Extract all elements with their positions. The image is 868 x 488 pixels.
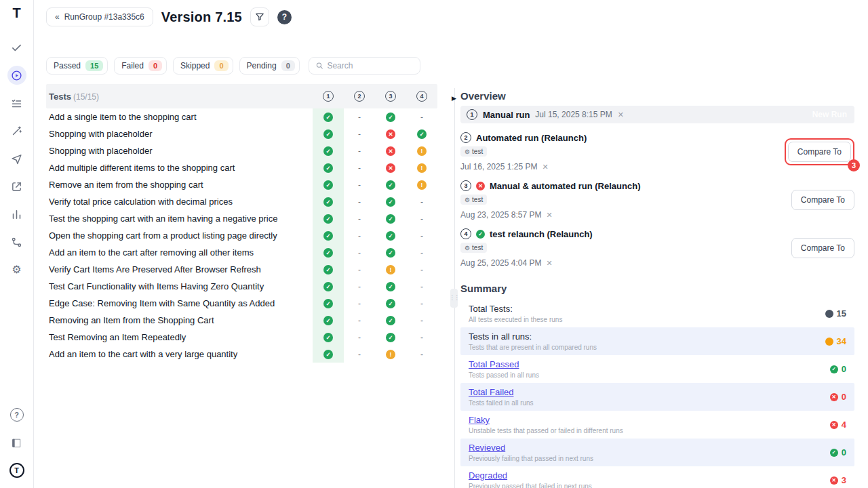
search-box[interactable] (309, 57, 420, 75)
status-passed-icon: ✓ (323, 129, 333, 139)
status-cell-run1: ✓ (313, 176, 344, 193)
status-passed-icon: ✓ (386, 214, 395, 224)
status-passed-icon: ✓ (323, 316, 333, 325)
status-cell-run1: ✓ (313, 125, 344, 142)
remove-run-icon[interactable]: ✕ (542, 163, 548, 171)
no-result-dash: - (358, 316, 361, 325)
summary-row-text: FlakyUnstable tests that passed or faile… (469, 415, 623, 434)
branches-icon[interactable] (7, 232, 26, 251)
filter-chip-pending[interactable]: Pending 0 (239, 57, 300, 75)
filter-chip-failed[interactable]: Failed 0 (114, 57, 167, 75)
tests-pane: Passed 15 Failed 0 Skipped 0 Pending 0 (34, 34, 450, 488)
search-input[interactable] (327, 61, 412, 70)
summary-description: Tests that are present in all compared r… (469, 344, 597, 351)
runs-icon[interactable] (7, 66, 26, 85)
filter-chip-skipped[interactable]: Skipped 0 (173, 57, 233, 75)
summary-link[interactable]: Total Failed (469, 387, 534, 397)
status-cell-run2: - (344, 125, 375, 142)
status-cell-run2: - (344, 176, 375, 193)
no-result-dash: - (420, 197, 423, 207)
status-cell-run3: ✓ (375, 227, 406, 244)
table-row[interactable]: Verify total price calculation with deci… (46, 193, 437, 210)
status-passed-icon: ✓ (323, 265, 333, 274)
no-result-dash: - (420, 248, 423, 258)
compare-to-button[interactable]: Compare To (788, 142, 851, 162)
summary-description: Tests passed in all runs (469, 371, 539, 379)
status-passed-icon: ✓ (386, 180, 395, 190)
export-icon[interactable] (7, 177, 26, 196)
table-row[interactable]: Add an item to the cart after removing a… (46, 244, 437, 261)
funnel-icon (255, 12, 264, 22)
test-name: Shopping with placeholder (46, 142, 313, 159)
settings-gear-icon[interactable]: ⚙ (7, 260, 26, 279)
checks-icon[interactable] (7, 38, 26, 57)
double-chevron-left-icon: « (55, 12, 60, 22)
new-run-button[interactable]: New Run (812, 110, 848, 119)
table-row[interactable]: Open the shopping cart from a product li… (46, 227, 437, 244)
test-name: Add multiple different items to the shop… (46, 159, 313, 176)
pin-icon[interactable] (7, 149, 26, 168)
summary-link[interactable]: Total Passed (469, 359, 539, 369)
table-row[interactable]: Shopping with placeholder✓-✕✓ (46, 125, 437, 142)
table-row[interactable]: Test Cart Functionality with Items Havin… (46, 278, 437, 295)
summary-row: RevievedPreviously failing that passed i… (460, 439, 854, 466)
table-row[interactable]: Edge Case: Removing Item with Same Quant… (46, 295, 437, 312)
report-list-icon[interactable] (7, 94, 26, 113)
status-cell-run1: ✓ (313, 278, 344, 295)
page-help-icon[interactable]: ? (277, 10, 292, 24)
no-result-dash: - (420, 113, 423, 122)
status-cell-run4: - (406, 346, 437, 363)
docs-icon[interactable] (7, 433, 26, 452)
run-number-badge: 3 (460, 180, 471, 191)
remove-run-icon[interactable]: ✕ (618, 110, 624, 119)
run-number-badge: 3 (385, 91, 396, 102)
table-row[interactable]: Remove an item from the shopping cart✓-✓… (46, 176, 437, 193)
app-logo[interactable]: T (12, 5, 20, 21)
status-passed-icon: ✓ (323, 299, 333, 308)
summary-link[interactable]: Revieved (469, 443, 593, 453)
no-result-dash: - (358, 146, 361, 156)
table-row[interactable]: Shopping with placeholder✓-✕! (46, 142, 437, 159)
content: Passed 15 Failed 0 Skipped 0 Pending 0 (34, 34, 868, 488)
back-to-rungroup-button[interactable]: « RunGroup #13a335c6 (46, 7, 153, 26)
status-cell-run2: - (344, 142, 375, 159)
table-row[interactable]: Add a single item to the shopping cart✓-… (46, 108, 437, 125)
filter-chip-passed[interactable]: Passed 15 (46, 57, 108, 75)
analytics-wand-icon[interactable] (7, 121, 26, 140)
panel-divider[interactable]: ▶ ⋮⋮ (450, 34, 460, 488)
run-row-4: 4 ✓ test relaunch (Relaunch) ⚙ test Aug … (460, 228, 854, 268)
metrics-icon[interactable] (7, 205, 26, 224)
status-skipped-icon: ! (417, 163, 427, 173)
status-skipped-icon: ! (417, 180, 427, 190)
status-filter-row: Passed 15 Failed 0 Skipped 0 Pending 0 (46, 57, 450, 75)
table-row[interactable]: Test the shopping cart with an item havi… (46, 210, 437, 227)
remove-run-icon[interactable]: ✕ (546, 259, 552, 268)
compare-to-button[interactable]: Compare To (791, 190, 854, 210)
table-row[interactable]: Test Removing an Item Repeatedly✓-✓- (46, 329, 437, 346)
workspace-logo-icon[interactable]: T (7, 461, 26, 480)
back-button-label: RunGroup #13a335c6 (64, 12, 144, 22)
remove-run-icon[interactable]: ✕ (546, 211, 552, 220)
summary-count: 0 (842, 392, 846, 402)
status-cell-run1: ✓ (313, 193, 344, 210)
filter-button[interactable] (250, 7, 269, 26)
table-row[interactable]: Add multiple different items to the shop… (46, 159, 437, 176)
table-row[interactable]: Removing an Item from the Shopping Cart✓… (46, 312, 437, 329)
status-cell-run3: ✓ (375, 210, 406, 227)
status-cell-run2: - (344, 244, 375, 261)
status-passed-icon: ✓ (386, 299, 395, 308)
status-cell-run1: ✓ (313, 346, 344, 363)
run-number-badge: 2 (354, 91, 365, 102)
summary-row-text: Tests in all runs:Tests that are present… (469, 331, 597, 351)
compare-to-button[interactable]: Compare To (791, 238, 854, 258)
resize-handle[interactable]: ⋮⋮ (450, 289, 458, 308)
no-result-dash: - (358, 265, 361, 274)
status-passed-icon: ✓ (386, 248, 395, 258)
summary-link[interactable]: Flaky (469, 415, 623, 425)
summary-link[interactable]: Degraded (469, 470, 592, 481)
status-cell-run4: - (406, 261, 437, 278)
help-icon[interactable]: ? (7, 405, 26, 424)
table-row[interactable]: Verify Cart Items Are Preserved After Br… (46, 261, 437, 278)
collapse-panel-icon[interactable]: ▶ (452, 95, 456, 102)
table-row[interactable]: Add an item to the cart with a very larg… (46, 346, 437, 363)
